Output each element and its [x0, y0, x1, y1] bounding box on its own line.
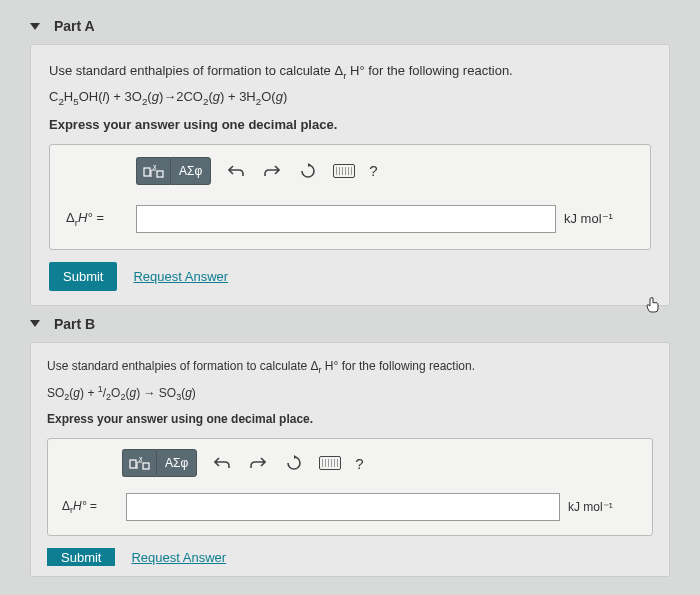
- submit-button[interactable]: Submit: [47, 548, 115, 566]
- answer-label: ΔrH° =: [66, 210, 128, 228]
- svg-rect-5: [143, 463, 149, 469]
- part-a-prompt: Use standard enthalpies of formation to …: [49, 61, 651, 83]
- answer-unit: kJ mol⁻¹: [564, 211, 634, 226]
- reset-icon[interactable]: [283, 452, 305, 474]
- svg-rect-3: [130, 460, 136, 468]
- svg-text:x: x: [139, 455, 143, 462]
- help-button[interactable]: ?: [355, 455, 363, 472]
- part-a-equation: C2H5OH(l) + 3O2(g)→2CO2(g) + 3H2O(g): [49, 89, 651, 107]
- svg-rect-0: [144, 168, 150, 176]
- part-a-answer-box: x ΑΣφ ? ΔrH° =: [49, 144, 651, 250]
- part-b-prompt: Use standard enthalpies of formation to …: [47, 357, 653, 378]
- equation-toolbar: x ΑΣφ: [62, 449, 638, 477]
- answer-input[interactable]: [126, 493, 560, 521]
- caret-down-icon: [30, 23, 40, 30]
- part-b-instruction: Express your answer using one decimal pl…: [47, 412, 653, 426]
- undo-icon[interactable]: [211, 452, 233, 474]
- part-b-title: Part B: [54, 316, 95, 332]
- part-a-title: Part A: [54, 18, 95, 34]
- part-a-instruction: Express your answer using one decimal pl…: [49, 117, 651, 132]
- greek-symbols-button[interactable]: ΑΣφ: [170, 157, 211, 185]
- redo-icon[interactable]: [261, 160, 283, 182]
- answer-unit: kJ mol⁻¹: [568, 500, 638, 514]
- answer-input[interactable]: [136, 205, 556, 233]
- greek-symbols-button[interactable]: ΑΣφ: [156, 449, 197, 477]
- template-tool-button[interactable]: x: [136, 157, 170, 185]
- caret-down-icon: [30, 320, 40, 327]
- svg-text:x: x: [153, 163, 157, 170]
- part-b-answer-box: x ΑΣφ: [47, 438, 653, 536]
- cursor-hand-icon: [644, 296, 662, 314]
- undo-icon[interactable]: [225, 160, 247, 182]
- equation-toolbar: x ΑΣφ ?: [66, 157, 634, 185]
- keyboard-icon[interactable]: [319, 452, 341, 474]
- help-button[interactable]: ?: [369, 162, 377, 179]
- keyboard-icon[interactable]: [333, 160, 355, 182]
- request-answer-link[interactable]: Request Answer: [131, 550, 226, 565]
- submit-button[interactable]: Submit: [49, 262, 117, 291]
- part-b-card: Use standard enthalpies of formation to …: [30, 342, 670, 577]
- svg-rect-2: [157, 171, 163, 177]
- request-answer-link[interactable]: Request Answer: [133, 269, 228, 284]
- part-b-header[interactable]: Part B: [30, 316, 670, 332]
- part-a-card: Use standard enthalpies of formation to …: [30, 44, 670, 306]
- reset-icon[interactable]: [297, 160, 319, 182]
- template-tool-button[interactable]: x: [122, 449, 156, 477]
- answer-label: ΔrH° =: [62, 499, 118, 515]
- redo-icon[interactable]: [247, 452, 269, 474]
- part-a-header[interactable]: Part A: [30, 18, 670, 34]
- part-b-equation: SO2(g) + 1/2O2(g) → SO3(g): [47, 384, 653, 402]
